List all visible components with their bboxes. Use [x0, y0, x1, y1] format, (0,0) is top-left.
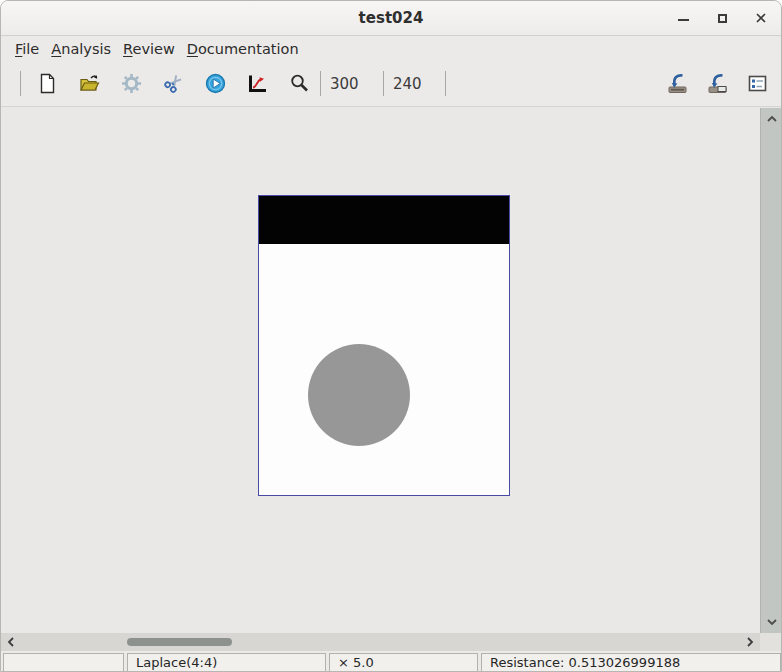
toolbar-separator	[20, 71, 21, 96]
export-analysis-icon	[666, 72, 689, 95]
export-log-icon	[706, 72, 729, 95]
horizontal-scrollbar-thumb[interactable]	[127, 638, 232, 646]
scroll-up-button[interactable]	[761, 110, 782, 128]
close-icon	[755, 12, 767, 24]
export-log-button[interactable]	[697, 64, 737, 104]
menu-review-label: eview	[132, 41, 174, 57]
titlebar: test024	[1, 1, 781, 36]
minimize-button[interactable]	[675, 10, 691, 26]
show-log-panel-button[interactable]	[737, 64, 777, 104]
scroll-down-button[interactable]	[761, 613, 782, 631]
open-file-button[interactable]	[68, 64, 110, 104]
run-analysis-button[interactable]	[194, 64, 236, 104]
chevron-down-icon	[766, 618, 778, 626]
chevron-left-icon	[7, 636, 15, 648]
menu-documentation-mnemonic: D	[187, 41, 198, 57]
gray-disc	[308, 344, 410, 446]
run-icon	[204, 72, 227, 95]
vertical-scrollbar[interactable]	[760, 108, 782, 633]
height-entry[interactable]	[384, 69, 445, 99]
height-entry-input[interactable]	[384, 69, 445, 99]
magnifier-icon	[288, 72, 311, 95]
new-document-icon	[36, 72, 59, 95]
chart-icon	[246, 72, 269, 95]
chevron-right-icon	[746, 636, 754, 648]
toolbar-separator	[445, 71, 446, 96]
scroll-right-button[interactable]	[742, 633, 758, 651]
scroll-left-button[interactable]	[3, 633, 19, 651]
chevron-up-icon	[766, 115, 778, 123]
log-panel-icon	[746, 72, 769, 95]
zoom-button[interactable]	[278, 64, 320, 104]
width-entry-input[interactable]	[321, 69, 383, 99]
menubar: File Analysis Review Documentation	[1, 36, 781, 61]
settings-button[interactable]	[110, 64, 152, 104]
cut-button[interactable]	[152, 64, 194, 104]
status-cell-empty	[3, 653, 124, 672]
new-document-button[interactable]	[26, 64, 68, 104]
export-analysis-button[interactable]	[657, 64, 697, 104]
scrollbar-corner	[760, 633, 782, 651]
open-file-icon	[78, 72, 101, 95]
menu-file[interactable]: File	[9, 39, 45, 59]
status-cell-resistance: Resistance: 0.513026999188	[481, 653, 781, 672]
menu-analysis-mnemonic: A	[51, 41, 61, 57]
menu-documentation[interactable]: Documentation	[181, 39, 305, 59]
window-controls	[675, 1, 769, 35]
scissors-icon	[162, 72, 185, 95]
statusbar: Laplace(4:4) × 5.0 Resistance: 0.5130269…	[1, 651, 782, 672]
minimize-icon	[678, 19, 689, 21]
menu-review[interactable]: Review	[117, 39, 181, 59]
toolbar-right-group	[657, 64, 777, 104]
status-cell-solver: Laplace(4:4)	[127, 653, 326, 672]
app-window: test024 File Analysis Review Documentati…	[0, 0, 782, 672]
close-button[interactable]	[753, 10, 769, 26]
settings-gear-icon	[120, 72, 143, 95]
plot-results-button[interactable]	[236, 64, 278, 104]
electrode-band	[259, 196, 509, 244]
toolbar	[1, 61, 781, 107]
maximize-icon	[718, 14, 727, 23]
maximize-button[interactable]	[714, 10, 730, 26]
horizontal-scrollbar[interactable]	[1, 633, 760, 651]
menu-analysis[interactable]: Analysis	[45, 39, 117, 59]
menu-file-label: ile	[22, 41, 39, 57]
menu-analysis-label: nalysis	[61, 41, 111, 57]
simulation-drawing[interactable]	[258, 195, 510, 496]
window-title: test024	[359, 9, 424, 27]
menu-documentation-label: ocumentation	[198, 41, 299, 57]
canvas-area[interactable]	[1, 108, 759, 633]
width-entry[interactable]	[321, 69, 383, 99]
status-cell-zoom: × 5.0	[329, 653, 478, 672]
